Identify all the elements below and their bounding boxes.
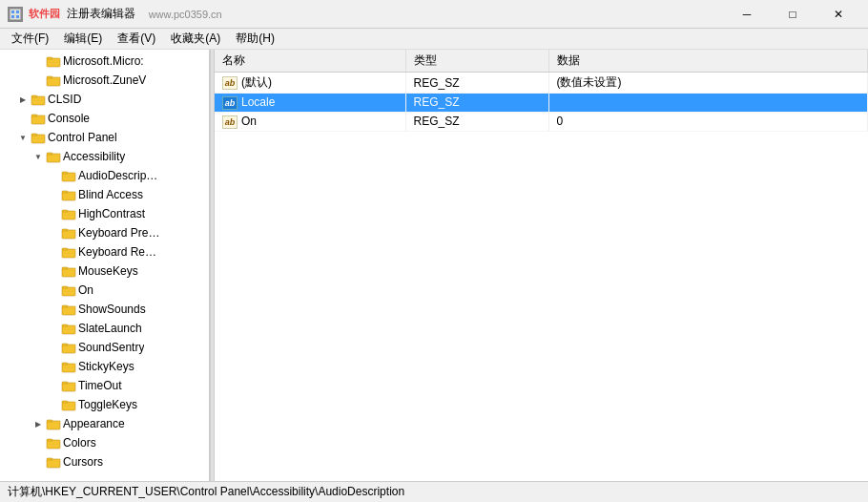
folder-icon bbox=[61, 398, 76, 411]
tree-item-keyboard-pre[interactable]: Keyboard Pre… bbox=[0, 223, 209, 242]
minimize-button[interactable]: ─ bbox=[725, 0, 769, 29]
tree-item-soundsentry[interactable]: SoundSentry bbox=[0, 338, 209, 357]
folder-icon bbox=[61, 360, 76, 373]
svg-rect-0 bbox=[10, 9, 21, 20]
title-bar: 软件园 注册表编辑器 www.pc0359.cn ─ □ ✕ bbox=[0, 0, 868, 29]
svg-rect-31 bbox=[62, 306, 75, 315]
svg-rect-23 bbox=[62, 230, 75, 239]
svg-rect-41 bbox=[62, 402, 75, 410]
tree-item-control-panel[interactable]: ▼ Control Panel bbox=[0, 128, 209, 147]
svg-rect-15 bbox=[47, 154, 60, 162]
svg-rect-18 bbox=[62, 172, 68, 174]
tree-item-mousekeys[interactable]: MouseKeys bbox=[0, 261, 209, 281]
tree-item-appearance[interactable]: ▶ Appearance bbox=[0, 414, 209, 433]
reg-icon: ab bbox=[222, 96, 238, 110]
tree-expander[interactable]: ▶ bbox=[15, 95, 31, 104]
menu-item-edit[interactable]: 编辑(E) bbox=[56, 29, 110, 49]
tree-item-togglekeys[interactable]: ToggleKeys bbox=[0, 395, 209, 414]
folder-icon bbox=[61, 264, 76, 278]
close-button[interactable]: ✕ bbox=[816, 0, 860, 29]
svg-rect-39 bbox=[62, 383, 75, 391]
svg-rect-5 bbox=[47, 58, 60, 67]
table-row[interactable]: ab(默认)REG_SZ(数值未设置) bbox=[215, 73, 868, 94]
svg-rect-25 bbox=[62, 249, 75, 258]
tree-item-microsoft-micro[interactable]: Microsoft.Micro: bbox=[0, 52, 209, 71]
folder-icon bbox=[31, 131, 46, 144]
svg-rect-44 bbox=[47, 420, 52, 422]
svg-rect-6 bbox=[47, 57, 52, 59]
svg-rect-12 bbox=[31, 115, 37, 116]
cell-data: 0 bbox=[548, 112, 868, 131]
main-layout: Microsoft.Micro: Microsoft.ZuneV▶ CLSID … bbox=[0, 50, 868, 481]
svg-rect-20 bbox=[62, 191, 68, 193]
status-path: 计算机\HKEY_CURRENT_USER\Control Panel\Acce… bbox=[8, 484, 404, 500]
menu-item-view[interactable]: 查看(V) bbox=[110, 29, 163, 49]
svg-rect-17 bbox=[62, 173, 75, 181]
folder-icon bbox=[61, 169, 76, 182]
watermark-text: 软件园 bbox=[29, 8, 60, 19]
tree-item-microsoft-zunev[interactable]: Microsoft.ZuneV bbox=[0, 71, 209, 90]
tree-label: StickyKeys bbox=[78, 360, 134, 373]
folder-icon bbox=[61, 303, 76, 316]
folder-icon bbox=[46, 54, 61, 68]
tree-label: Control Panel bbox=[48, 131, 117, 144]
tree-item-keyboard-re[interactable]: Keyboard Re… bbox=[0, 242, 209, 261]
folder-icon bbox=[61, 283, 76, 297]
tree-item-timeout[interactable]: TimeOut bbox=[0, 376, 209, 395]
svg-rect-45 bbox=[47, 440, 60, 449]
svg-rect-43 bbox=[47, 421, 60, 429]
svg-rect-30 bbox=[62, 286, 68, 288]
menu-item-favorites[interactable]: 收藏夹(A) bbox=[163, 29, 228, 49]
tree-item-console[interactable]: Console bbox=[0, 109, 209, 128]
tree-label: Cursors bbox=[63, 455, 103, 469]
folder-icon bbox=[61, 379, 76, 392]
tree-item-audiodescription[interactable]: AudioDescrip… bbox=[0, 166, 209, 185]
title-text: 软件园 注册表编辑器 bbox=[29, 6, 135, 22]
folder-icon bbox=[46, 455, 61, 469]
svg-rect-37 bbox=[62, 364, 75, 372]
window-controls: ─ □ ✕ bbox=[725, 0, 860, 29]
tree-item-clsid[interactable]: ▶ CLSID bbox=[0, 90, 209, 109]
tree-item-showsounds[interactable]: ShowSounds bbox=[0, 300, 209, 319]
svg-rect-40 bbox=[62, 382, 68, 384]
app-icon bbox=[8, 7, 23, 22]
tree-label: TimeOut bbox=[78, 379, 122, 392]
tree-label: CLSID bbox=[48, 93, 81, 106]
folder-icon bbox=[31, 93, 46, 106]
table-row[interactable]: abOnREG_SZ0 bbox=[215, 112, 868, 131]
tree-item-stickykeys[interactable]: StickyKeys bbox=[0, 357, 209, 376]
svg-rect-9 bbox=[31, 96, 45, 105]
svg-rect-11 bbox=[31, 115, 45, 124]
tree-expander[interactable]: ▼ bbox=[15, 134, 31, 142]
tree-label: ShowSounds bbox=[78, 303, 146, 316]
svg-rect-16 bbox=[47, 153, 52, 155]
svg-rect-46 bbox=[47, 439, 52, 441]
tree-item-highcontrast[interactable]: HighContrast bbox=[0, 204, 209, 223]
svg-rect-38 bbox=[62, 363, 68, 365]
tree-expander[interactable]: ▼ bbox=[31, 153, 46, 161]
registry-table: 名称类型数据 ab(默认)REG_SZ(数值未设置)abLocaleREG_SZ… bbox=[215, 50, 868, 132]
folder-icon bbox=[31, 112, 46, 125]
tree-pane[interactable]: Microsoft.Micro: Microsoft.ZuneV▶ CLSID … bbox=[0, 50, 210, 481]
svg-rect-10 bbox=[31, 95, 37, 97]
tree-item-colors[interactable]: Colors bbox=[0, 433, 209, 452]
menu-item-file[interactable]: 文件(F) bbox=[4, 29, 56, 49]
svg-rect-33 bbox=[62, 325, 75, 334]
tree-item-slatelaunch[interactable]: SlateLaunch bbox=[0, 319, 209, 338]
tree-expander[interactable]: ▶ bbox=[31, 420, 46, 429]
title-bar-left: 软件园 注册表编辑器 www.pc0359.cn bbox=[8, 6, 222, 22]
menu-item-help[interactable]: 帮助(H) bbox=[228, 29, 282, 49]
svg-rect-3 bbox=[11, 15, 14, 18]
folder-icon bbox=[61, 245, 76, 259]
maximize-button[interactable]: □ bbox=[771, 0, 815, 29]
tree-item-blind-access[interactable]: Blind Access bbox=[0, 185, 209, 204]
table-row[interactable]: abLocaleREG_SZ bbox=[215, 94, 868, 113]
svg-rect-21 bbox=[62, 211, 75, 220]
svg-rect-35 bbox=[62, 345, 75, 353]
tree-item-on[interactable]: On bbox=[0, 281, 209, 300]
svg-rect-22 bbox=[62, 210, 68, 212]
tree-item-accessibility[interactable]: ▼ Accessibility bbox=[0, 147, 209, 166]
tree-item-cursors[interactable]: Cursors bbox=[0, 452, 209, 471]
svg-rect-4 bbox=[16, 15, 19, 18]
folder-icon bbox=[46, 436, 61, 450]
